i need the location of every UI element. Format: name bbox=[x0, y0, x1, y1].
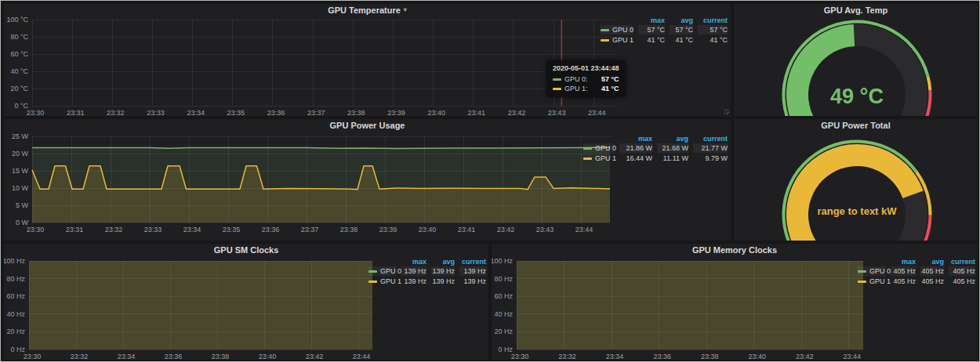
x-axis-tick: 23:32 bbox=[107, 109, 125, 116]
y-axis-tick: 100 Hz bbox=[492, 257, 513, 265]
x-axis-tick: 23:38 bbox=[701, 353, 719, 360]
x-axis-tick: 23:43 bbox=[548, 109, 566, 116]
legend-header-avg[interactable]: avg bbox=[431, 258, 455, 266]
y-axis-tick: 5 W bbox=[16, 201, 29, 209]
x-axis-tick: 23:44 bbox=[844, 353, 862, 360]
legend-header-current[interactable]: current bbox=[459, 258, 486, 266]
legend-series-gpu-1[interactable]: GPU 1 bbox=[601, 35, 633, 45]
legend-header-avg[interactable]: avg bbox=[670, 16, 693, 24]
legend-series-gpu-1[interactable]: GPU 1 bbox=[368, 277, 397, 286]
legend-series-label: GPU 0 bbox=[595, 143, 616, 153]
legend-series-gpu-1[interactable]: GPU 1 bbox=[858, 277, 886, 286]
legend-header-current[interactable]: current bbox=[949, 258, 975, 266]
legend-series-gpu-0[interactable]: GPU 0 bbox=[368, 266, 397, 276]
y-axis-tick: 40 °C bbox=[10, 67, 28, 75]
gpu-temperature-legend: maxavgcurrentGPU 057 °C57 °C57 °CGPU 141… bbox=[601, 16, 728, 45]
x-axis-tick: 23:42 bbox=[497, 226, 515, 233]
series-color-dash bbox=[368, 270, 377, 273]
x-axis-tick: 23:38 bbox=[340, 226, 358, 233]
legend-series-label: GPU 1 bbox=[869, 277, 891, 286]
legend-series-gpu-1[interactable]: GPU 1 bbox=[583, 154, 615, 163]
panel-header-gpu-sm-clocks[interactable]: GPU SM Clocks bbox=[4, 244, 488, 256]
legend-series-label: GPU 1 bbox=[595, 154, 616, 163]
x-axis-tick: 23:41 bbox=[468, 109, 486, 116]
x-axis-tick: 23:40 bbox=[259, 353, 277, 360]
panel-header-gpu-memory-clocks[interactable]: GPU Memory Clocks bbox=[492, 244, 978, 256]
legend-value: 21.77 W bbox=[693, 143, 728, 153]
y-axis-tick: 80 Hz bbox=[6, 275, 25, 283]
legend-series-gpu-0[interactable]: GPU 0 bbox=[858, 266, 886, 276]
y-axis-tick: 60 Hz bbox=[494, 292, 513, 300]
gpu-power-total-gauge: range to text kW bbox=[734, 119, 978, 241]
panel-title: GPU Power Total bbox=[821, 121, 890, 130]
panel-header-gpu-avg-temp[interactable]: GPU Avg. Temp bbox=[734, 4, 978, 16]
panel-gpu-temperature: GPU Temperature ▾ 2020-05-01 23:44:48 GP… bbox=[4, 4, 731, 116]
x-axis-tick: 23:35 bbox=[223, 226, 241, 233]
x-axis-tick: 23:30 bbox=[24, 353, 42, 360]
legend-header-max[interactable]: max bbox=[891, 258, 916, 266]
legend-value: 9.79 W bbox=[693, 154, 728, 163]
gpu-power-usage-legend: maxavgcurrentGPU 021.86 W21.68 W21.77 WG… bbox=[583, 135, 728, 163]
legend-value: 405 Hz bbox=[949, 277, 975, 286]
tooltip-series-value: 57 °C bbox=[595, 74, 619, 84]
x-axis-tick: 23:34 bbox=[187, 109, 205, 116]
y-axis-tick: 20 W bbox=[12, 150, 29, 157]
panel-menu-caret-icon[interactable]: ▾ bbox=[404, 7, 407, 13]
legend-value: 57 °C bbox=[670, 25, 693, 34]
legend-header-current[interactable]: current bbox=[693, 135, 728, 143]
x-axis-tick: 23:35 bbox=[227, 109, 245, 116]
x-axis-tick: 23:36 bbox=[165, 353, 183, 360]
y-axis-tick: 60 Hz bbox=[6, 292, 25, 300]
legend-value: 139 Hz bbox=[431, 277, 455, 286]
y-axis-tick: 15 W bbox=[12, 167, 29, 175]
legend-series-label: GPU 1 bbox=[380, 277, 401, 286]
panel-gpu-power-usage: GPU Power Usage 0 W5 W10 W15 W20 W25 W23… bbox=[4, 119, 731, 241]
legend-series-gpu-0[interactable]: GPU 0 bbox=[601, 25, 633, 34]
panel-header-gpu-power-usage[interactable]: GPU Power Usage bbox=[4, 119, 731, 132]
panel-gpu-avg-temp: GPU Avg. Temp 49 °C bbox=[734, 4, 978, 116]
x-axis-tick: 23:31 bbox=[67, 109, 85, 116]
x-axis-tick: 23:30 bbox=[511, 353, 529, 360]
y-axis-tick: 40 Hz bbox=[6, 310, 25, 318]
panel-gpu-sm-clocks: GPU SM Clocks 0 Hz20 Hz40 Hz60 Hz80 Hz10… bbox=[4, 244, 488, 360]
legend-header-avg[interactable]: avg bbox=[657, 135, 688, 143]
x-axis-tick: 23:33 bbox=[144, 226, 162, 233]
x-axis-tick: 23:42 bbox=[306, 353, 324, 360]
panel-header-gpu-power-total[interactable]: GPU Power Total bbox=[734, 119, 978, 132]
legend-value: 11.11 W bbox=[657, 154, 688, 163]
gpu-memory-clocks-legend: maxavgcurrentGPU 0405 Hz405 Hz405 HzGPU … bbox=[858, 258, 975, 286]
series-color-dash bbox=[583, 157, 592, 160]
legend-value: 405 Hz bbox=[949, 266, 975, 276]
legend-series-label: GPU 0 bbox=[869, 266, 891, 276]
x-axis-tick: 23:44 bbox=[588, 109, 606, 116]
panel-title: GPU Memory Clocks bbox=[692, 245, 777, 255]
legend-header-max[interactable]: max bbox=[619, 135, 652, 143]
legend-value: 21.86 W bbox=[619, 143, 652, 153]
y-axis-tick: 20 Hz bbox=[6, 328, 25, 335]
legend-series-label: GPU 0 bbox=[612, 25, 633, 34]
x-axis-tick: 23:32 bbox=[105, 226, 123, 233]
series-color-dash bbox=[601, 39, 609, 42]
legend-value: 405 Hz bbox=[891, 266, 916, 276]
legend-header-max[interactable]: max bbox=[638, 16, 665, 24]
series-color-dash bbox=[368, 281, 377, 283]
x-axis-tick: 23:42 bbox=[796, 353, 814, 360]
x-axis-tick: 23:43 bbox=[536, 226, 554, 233]
legend-value: 405 Hz bbox=[920, 277, 944, 286]
legend-value: 139 Hz bbox=[459, 277, 486, 286]
panel-resize-handle[interactable] bbox=[724, 109, 729, 114]
x-axis-tick: 23:36 bbox=[653, 353, 671, 360]
legend-series-gpu-0[interactable]: GPU 0 bbox=[583, 143, 615, 153]
legend-value: 139 Hz bbox=[431, 266, 455, 276]
legend-header-current[interactable]: current bbox=[698, 16, 728, 24]
y-axis-tick: 100 Hz bbox=[4, 257, 25, 265]
series-color-dash bbox=[858, 270, 866, 273]
x-axis-tick: 23:30 bbox=[27, 226, 45, 233]
legend-series-label: GPU 1 bbox=[612, 35, 633, 45]
legend-header-avg[interactable]: avg bbox=[920, 258, 944, 266]
x-axis-tick: 23:40 bbox=[427, 109, 445, 116]
legend-header-max[interactable]: max bbox=[401, 258, 426, 266]
x-axis-tick: 23:40 bbox=[419, 226, 437, 233]
panel-gpu-memory-clocks: GPU Memory Clocks 0 Hz20 Hz40 Hz60 Hz80 … bbox=[492, 244, 978, 360]
panel-header-gpu-temperature[interactable]: GPU Temperature ▾ bbox=[4, 4, 731, 16]
